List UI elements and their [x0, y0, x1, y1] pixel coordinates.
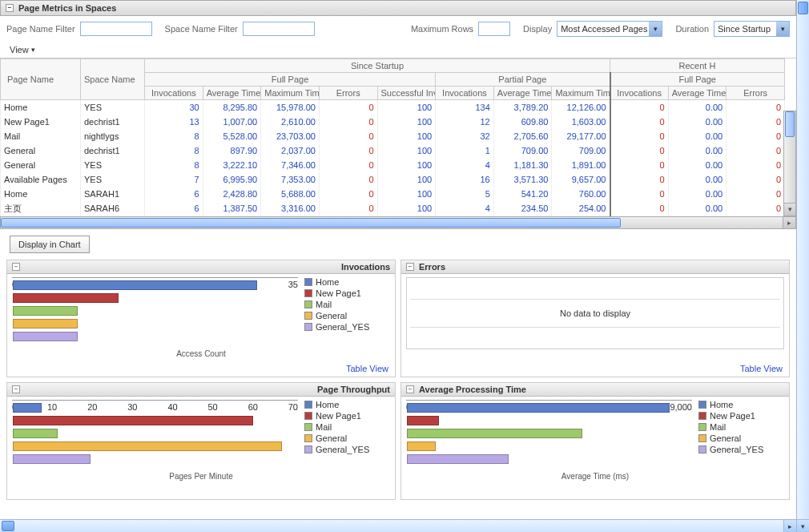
table-view-link[interactable]: Table View: [740, 364, 783, 373]
col-succ-pct[interactable]: Successful Invocations (%): [377, 87, 436, 100]
chart-title: Page Throughput: [317, 385, 390, 394]
table-horizontal-scrollbar[interactable]: ▸: [0, 216, 796, 229]
page-vertical-scrollbar[interactable]: ▾: [796, 0, 809, 532]
legend-item: New Page1: [304, 411, 390, 421]
chart-bar: [13, 403, 42, 413]
scroll-down-icon[interactable]: ▾: [797, 519, 809, 532]
legend-item: Mail: [698, 422, 784, 432]
chart-title: Invocations: [341, 262, 390, 272]
table-vertical-scrollbar[interactable]: ▾: [783, 111, 796, 216]
col-avg-time-2[interactable]: Average Time (ms): [493, 87, 552, 100]
collapse-icon[interactable]: −: [406, 385, 414, 393]
table-row[interactable]: New Page1dechrist1131,007.002,610.000100…: [1, 115, 785, 129]
chart-bar: [407, 441, 436, 451]
invocations-chart-panel: − Invocations 05101520253035HomeNew Page…: [6, 260, 396, 377]
throughput-chart-panel: − Page Throughput 010203040506070HomeNew…: [6, 382, 396, 500]
chart-bar: [407, 454, 509, 464]
legend-item: General: [304, 433, 390, 443]
chart-bar: [13, 441, 282, 451]
legend-item: Home: [698, 400, 784, 409]
col-max-time-2[interactable]: Maximum Time (ms): [552, 87, 610, 100]
col-errors-2[interactable]: Errors: [726, 87, 785, 100]
display-in-chart-button[interactable]: Display in Chart: [10, 236, 90, 253]
page-horizontal-scrollbar[interactable]: ▸: [0, 519, 796, 532]
chevron-down-icon: ▾: [649, 22, 662, 36]
table-row[interactable]: Mailnightlygs85,528.0023,703.000100322,7…: [1, 129, 785, 143]
axis-label: Pages Per Minute: [12, 472, 390, 484]
group-since-startup: Since Startup: [145, 59, 610, 73]
filter-bar: Page Name Filter Space Name Filter Maxim…: [0, 16, 796, 42]
duration-dropdown-value: Since Startup: [718, 24, 771, 34]
scroll-right-icon[interactable]: ▸: [783, 217, 795, 228]
collapse-icon[interactable]: −: [12, 263, 20, 271]
legend-item: Mail: [304, 422, 390, 432]
table-row[interactable]: HomeYES308,295.8015,978.0001001343,789.2…: [1, 100, 785, 115]
col-avg-time-3[interactable]: Average Time (ms): [668, 87, 726, 100]
chart-bar: [407, 416, 439, 425]
page-name-filter-input[interactable]: [80, 22, 152, 36]
col-page-name[interactable]: Page Name: [1, 59, 81, 100]
display-dropdown[interactable]: Most Accessed Pages ▾: [557, 21, 662, 37]
legend-item: General_YES: [698, 445, 784, 454]
axis-label: Average Time (ms): [406, 472, 784, 484]
display-label: Display: [523, 24, 552, 34]
legend-item: Home: [304, 400, 390, 409]
scroll-down-icon[interactable]: ▾: [784, 203, 795, 216]
scrollbar-thumb[interactable]: [2, 521, 14, 531]
chevron-down-icon: ▾: [776, 22, 789, 36]
chart-bar: [13, 429, 58, 438]
table-row[interactable]: Available PagesYES76,995.907,353.0001001…: [1, 172, 785, 187]
page-name-filter-label: Page Name Filter: [6, 24, 75, 34]
view-menu[interactable]: View ▾: [10, 45, 35, 54]
max-rows-label: Maximum Rows: [411, 24, 473, 34]
avg-time-chart-panel: − Average Processing Time 01,5003,0004,5…: [400, 382, 790, 500]
scrollbar-thumb[interactable]: [798, 2, 808, 14]
col-invocations-3[interactable]: Invocations: [610, 87, 669, 100]
col-avg-time-1[interactable]: Average Time (ms): [203, 87, 261, 100]
table-row[interactable]: 主页SARAH661,387.503,316.0001004234.50254.…: [1, 201, 785, 216]
legend-item: New Page1: [698, 411, 784, 421]
chevron-down-icon: ▾: [31, 46, 35, 54]
chart-bar: [407, 403, 670, 413]
scroll-right-icon[interactable]: ▸: [783, 520, 796, 532]
chart-bar: [13, 332, 78, 341]
table-view-link[interactable]: Table View: [346, 364, 388, 373]
legend-item: New Page1: [304, 288, 390, 298]
collapse-icon[interactable]: −: [6, 4, 14, 12]
errors-chart-panel: − Errors No data to display Table View: [400, 260, 790, 377]
display-dropdown-value: Most Accessed Pages: [561, 24, 647, 34]
table-row[interactable]: GeneralYES83,222.107,346.00010041,181.30…: [1, 158, 785, 172]
sub-partial-page: Partial Page: [436, 73, 610, 87]
legend-item: General: [304, 311, 390, 320]
chart-title: Average Processing Time: [419, 385, 526, 394]
col-invocations-1[interactable]: Invocations: [145, 87, 203, 100]
no-data-message: No data to display: [406, 277, 784, 349]
collapse-icon[interactable]: −: [12, 385, 20, 393]
space-name-filter-label: Space Name Filter: [165, 24, 238, 34]
legend-item: Mail: [304, 300, 390, 309]
col-errors-1[interactable]: Errors: [319, 87, 377, 100]
col-invocations-2[interactable]: Invocations: [436, 87, 494, 100]
max-rows-input[interactable]: [478, 22, 510, 36]
panel-title: Page Metrics in Spaces: [18, 3, 116, 13]
metrics-table-container: Page Name Space Name Since Startup Recen…: [0, 58, 796, 229]
chart-bar: [13, 293, 119, 303]
space-name-filter-input[interactable]: [243, 22, 315, 36]
col-max-time-1[interactable]: Maximum Time (ms): [261, 87, 320, 100]
col-space-name[interactable]: Space Name: [81, 59, 145, 100]
panel-header: − Page Metrics in Spaces: [0, 0, 796, 16]
group-recent: Recent H: [610, 59, 785, 73]
table-row[interactable]: Generaldechrist18897.902,037.0001001709.…: [1, 143, 785, 158]
scrollbar-thumb[interactable]: [1, 218, 621, 228]
table-row[interactable]: HomeSARAH162,428.805,688.0001005541.2076…: [1, 187, 785, 201]
chart-bar: [13, 319, 78, 328]
chart-title: Errors: [419, 262, 445, 272]
collapse-icon[interactable]: −: [406, 263, 414, 271]
chart-bar: [13, 306, 78, 316]
scrollbar-thumb[interactable]: [785, 111, 795, 137]
sub-full-page-2: Full Page: [610, 73, 785, 87]
sub-full-page-1: Full Page: [145, 73, 436, 87]
duration-dropdown[interactable]: Since Startup ▾: [714, 21, 790, 37]
metrics-table[interactable]: Page Name Space Name Since Startup Recen…: [0, 58, 785, 216]
legend-item: General_YES: [304, 322, 390, 332]
